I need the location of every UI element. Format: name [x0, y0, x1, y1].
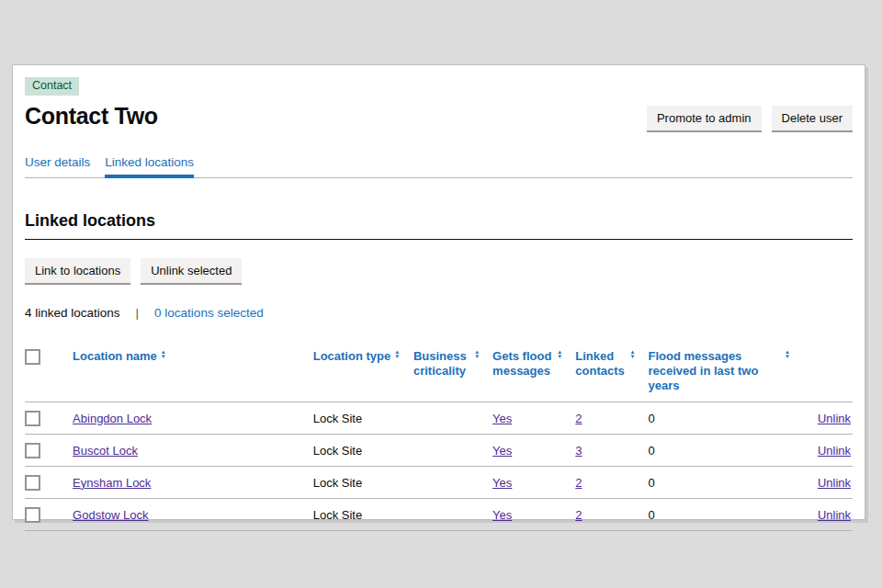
section-heading: Linked locations — [25, 211, 853, 231]
top-action-buttons: Promote to admin Delete user — [647, 106, 853, 130]
select-all-checkbox[interactable] — [25, 349, 40, 365]
flood-messages-count: 0 — [648, 435, 802, 467]
unlink-link[interactable]: Unlink — [818, 508, 851, 522]
linked-contacts-link[interactable]: 3 — [575, 444, 582, 458]
delete-user-button[interactable]: Delete user — [772, 106, 853, 130]
row-checkbox[interactable] — [25, 507, 40, 523]
promote-to-admin-button[interactable]: Promote to admin — [647, 106, 762, 130]
flood-messages-count: 0 — [648, 402, 802, 435]
locations-selected-link[interactable]: 0 locations selected — [154, 306, 264, 320]
row-checkbox[interactable] — [25, 411, 40, 426]
sort-icon: ▲▼ — [557, 350, 562, 359]
contact-detail-card: Contact Contact Two Promote to admin Del… — [12, 64, 865, 520]
sort-icon: ▲▼ — [474, 350, 480, 359]
gets-flood-messages-link[interactable]: Yes — [492, 476, 512, 490]
sort-header-linked-contacts[interactable]: Linked contacts ▲▼ — [575, 349, 635, 379]
sort-header-gets-flood-messages[interactable]: Gets flood messages ▲▼ — [492, 349, 562, 379]
sort-icon: ▲▼ — [630, 350, 636, 359]
tab-user-details[interactable]: User details — [25, 155, 90, 169]
flood-messages-count: 0 — [648, 467, 802, 499]
table-row: Eynsham Lock Lock Site Yes 2 0 Unlink — [25, 467, 853, 499]
business-criticality-cell — [413, 499, 492, 531]
location-name-link[interactable]: Abingdon Lock — [73, 412, 152, 425]
section-divider — [25, 239, 853, 240]
location-name-link[interactable]: Buscot Lock — [73, 444, 138, 458]
location-type-cell: Lock Site — [313, 435, 413, 467]
row-checkbox[interactable] — [25, 443, 40, 458]
linked-locations-table: Location name ▲▼ Location type ▲▼ Busine… — [25, 344, 853, 532]
location-type-cell: Lock Site — [313, 499, 413, 531]
page-title: Contact Two — [25, 104, 158, 128]
selection-summary: 4 linked locations | 0 locations selecte… — [25, 306, 853, 320]
tab-linked-locations[interactable]: Linked locations — [105, 155, 194, 169]
linked-count-text: 4 linked locations — [25, 306, 120, 320]
row-checkbox[interactable] — [25, 475, 40, 491]
sort-header-location-type[interactable]: Location type ▲▼ — [313, 349, 401, 364]
summary-separator: | — [136, 306, 140, 320]
business-criticality-cell — [413, 402, 492, 435]
sort-header-flood-messages[interactable]: Flood messages received in last two year… — [648, 349, 789, 394]
gets-flood-messages-link[interactable]: Yes — [492, 444, 512, 458]
business-criticality-cell — [413, 467, 492, 499]
sort-icon: ▲▼ — [161, 350, 166, 359]
gets-flood-messages-link[interactable]: Yes — [492, 412, 512, 425]
sort-header-business-criticality[interactable]: Business criticality ▲▼ — [413, 349, 480, 379]
flood-messages-count: 0 — [648, 499, 802, 531]
location-name-link[interactable]: Eynsham Lock — [73, 476, 151, 490]
table-header-row: Location name ▲▼ Location type ▲▼ Busine… — [25, 344, 853, 402]
unlink-link[interactable]: Unlink — [818, 476, 851, 490]
title-row: Contact Two Promote to admin Delete user — [25, 104, 853, 130]
location-name-link[interactable]: Godstow Lock — [73, 508, 148, 522]
gets-flood-messages-link[interactable]: Yes — [492, 508, 512, 522]
table-action-buttons: Link to locations Unlink selected — [25, 258, 853, 283]
sort-icon: ▲▼ — [785, 350, 790, 359]
unlink-selected-button[interactable]: Unlink selected — [141, 258, 242, 283]
sort-header-location-name[interactable]: Location name ▲▼ — [73, 349, 300, 364]
table-row: Buscot Lock Lock Site Yes 3 0 Unlink — [25, 435, 853, 467]
link-to-locations-button[interactable]: Link to locations — [25, 258, 130, 283]
location-type-cell: Lock Site — [313, 467, 413, 499]
linked-contacts-link[interactable]: 2 — [575, 476, 582, 490]
linked-contacts-link[interactable]: 2 — [575, 508, 582, 522]
location-type-cell: Lock Site — [313, 402, 413, 435]
tab-bar: User details Linked locations — [25, 155, 853, 178]
unlink-link[interactable]: Unlink — [818, 412, 851, 425]
table-row: Godstow Lock Lock Site Yes 2 0 Unlink — [25, 499, 853, 531]
linked-contacts-link[interactable]: 2 — [575, 412, 582, 425]
business-criticality-cell — [413, 435, 492, 467]
unlink-link[interactable]: Unlink — [818, 444, 851, 458]
contact-tag: Contact — [25, 77, 79, 96]
table-row: Abingdon Lock Lock Site Yes 2 0 Unlink — [25, 402, 853, 435]
sort-icon: ▲▼ — [394, 350, 400, 359]
